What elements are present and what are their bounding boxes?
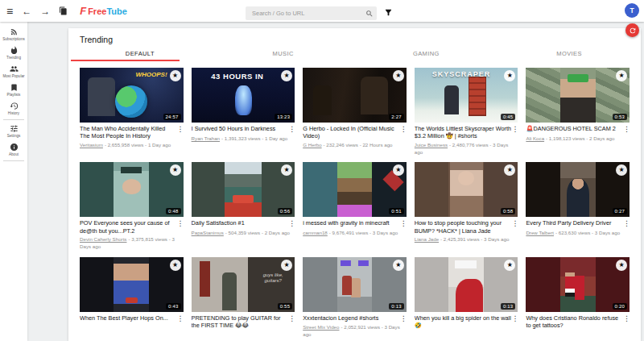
channel-link[interactable]: Juice Business xyxy=(415,142,448,148)
video-thumbnail[interactable]: ★ 0:13 xyxy=(303,257,407,312)
video-title[interactable]: Why does Cristiano Ronaldo refuse to get… xyxy=(526,314,623,330)
sidebar-item-about[interactable]: About xyxy=(0,140,27,159)
channel-link[interactable]: Liana Jade xyxy=(415,236,439,242)
video-title[interactable]: Xxxtentacion Legend #shorts xyxy=(303,314,400,323)
video-card[interactable]: 43 HOURS IN ★ 13:23 I Survived 50 Hours … xyxy=(192,68,295,156)
video-card[interactable]: ★ 0:43 When The Best Player Hops On... ⋮ xyxy=(80,257,184,339)
video-thumbnail[interactable]: guys like, guitars? ★ 0:55 xyxy=(192,257,295,312)
channel-link[interactable]: camman18 xyxy=(303,230,328,235)
save-to-playlist-button[interactable]: ★ xyxy=(170,260,181,271)
video-card[interactable]: ★ 0:51 i messed with gravity in minecraf… xyxy=(303,162,407,250)
sidebar-item-trending[interactable]: Trending xyxy=(0,44,27,62)
video-title[interactable]: How to stop people touching your BUMP? *… xyxy=(415,219,512,235)
video-title[interactable]: POV Everyone sees your cause of de@th bu… xyxy=(80,219,177,235)
kebab-menu-icon[interactable]: ⋮ xyxy=(511,314,518,330)
video-thumbnail[interactable]: ★ 0:20 xyxy=(526,257,630,312)
channel-link[interactable]: Veritasium xyxy=(80,142,103,148)
video-thumbnail[interactable]: ★ 0:56 xyxy=(192,162,295,217)
save-to-playlist-button[interactable]: ★ xyxy=(504,164,515,176)
video-card[interactable]: ★ 0:27 Every Third Party Delivery Driver… xyxy=(526,162,630,250)
video-card[interactable]: ★ 0:58 How to stop people touching your … xyxy=(415,162,518,250)
video-thumbnail[interactable]: ★ 0:13 xyxy=(415,257,518,312)
tab-music[interactable]: MUSIC xyxy=(212,50,355,61)
save-to-playlist-button[interactable]: ★ xyxy=(616,164,627,176)
sidebar-item-history[interactable]: History xyxy=(0,99,27,118)
channel-link[interactable]: Street Mix Video xyxy=(303,324,339,330)
video-card[interactable]: ★ 0:13 When you kill a big spider on the… xyxy=(415,257,518,339)
video-title[interactable]: 🚨DANGEROUS HOTEL SCAM 2 xyxy=(526,125,623,134)
save-to-playlist-button[interactable]: ★ xyxy=(616,260,627,271)
video-thumbnail[interactable]: ★ 0:51 xyxy=(303,162,407,217)
video-title[interactable]: G Herbo - Locked In (Official Music Vide… xyxy=(303,125,400,140)
sidebar-item-most-popular[interactable]: Most Popular xyxy=(0,62,27,81)
kebab-menu-icon[interactable]: ⋮ xyxy=(177,219,184,235)
kebab-menu-icon[interactable]: ⋮ xyxy=(288,314,295,330)
kebab-menu-icon[interactable]: ⋮ xyxy=(623,314,630,330)
video-card[interactable]: ★ 0:48 POV Everyone sees your cause of d… xyxy=(80,162,184,250)
channel-link[interactable]: Ali Koca xyxy=(526,135,544,141)
search-icon[interactable] xyxy=(365,6,374,21)
kebab-menu-icon[interactable]: ⋮ xyxy=(288,219,295,228)
video-title[interactable]: I Survived 50 Hours in Darkness xyxy=(192,125,289,134)
kebab-menu-icon[interactable]: ⋮ xyxy=(623,219,630,228)
video-card[interactable]: WHOOPS! ★ 24:57 The Man Who Accidentally… xyxy=(80,68,184,156)
video-card[interactable]: ★ 0:20 Why does Cristiano Ronaldo refuse… xyxy=(526,257,630,339)
back-arrow-icon[interactable]: ← xyxy=(22,6,31,16)
kebab-menu-icon[interactable]: ⋮ xyxy=(400,219,407,228)
channel-link[interactable]: Ryan Trahan xyxy=(192,135,220,141)
channel-link[interactable]: Devin Caherly Shorts xyxy=(80,236,126,242)
save-to-playlist-button[interactable]: ★ xyxy=(170,164,181,176)
save-to-playlist-button[interactable]: ★ xyxy=(281,164,292,176)
kebab-menu-icon[interactable]: ⋮ xyxy=(511,219,518,235)
channel-link[interactable]: PapaStanimus xyxy=(192,230,224,235)
video-thumbnail[interactable]: ★ 0:53 xyxy=(526,68,630,123)
video-title[interactable]: The Worlds Littlest Skyscraper Worth $3.… xyxy=(415,125,512,140)
video-title[interactable]: i messed with gravity in minecraft xyxy=(303,219,400,228)
kebab-menu-icon[interactable]: ⋮ xyxy=(400,314,407,323)
channel-link[interactable]: G Herbo xyxy=(303,142,321,148)
video-thumbnail[interactable]: ★ 0:27 xyxy=(526,162,630,217)
video-thumbnail[interactable]: SKYSCRAPER ★ 0:45 xyxy=(415,68,518,123)
video-card[interactable]: guys like, guitars? ★ 0:55 PRETENDING to… xyxy=(192,257,295,339)
video-card[interactable]: ★ 2:27 G Herbo - Locked In (Official Mus… xyxy=(303,68,407,156)
channel-link[interactable]: Drew Talbert xyxy=(526,230,554,235)
kebab-menu-icon[interactable]: ⋮ xyxy=(177,314,184,323)
video-title[interactable]: Daily Satisfaction #1 xyxy=(192,219,289,228)
search-input[interactable] xyxy=(246,6,377,20)
video-thumbnail[interactable]: ★ 0:48 xyxy=(80,162,184,217)
video-title[interactable]: When The Best Player Hops On... xyxy=(80,314,177,323)
kebab-menu-icon[interactable]: ⋮ xyxy=(511,125,518,140)
kebab-menu-icon[interactable]: ⋮ xyxy=(288,125,295,134)
sidebar-item-playlists[interactable]: Playlists xyxy=(0,81,27,99)
save-to-playlist-button[interactable]: ★ xyxy=(281,70,292,81)
video-title[interactable]: When you kill a big spider on the wall 🤣 xyxy=(415,314,512,330)
video-card[interactable]: ★ 0:56 Daily Satisfaction #1 ⋮ PapaStani… xyxy=(192,162,295,250)
save-to-playlist-button[interactable]: ★ xyxy=(393,164,404,176)
video-card[interactable]: ★ 0:53 🚨DANGEROUS HOTEL SCAM 2 ⋮ Ali Koc… xyxy=(526,68,630,156)
video-thumbnail[interactable]: ★ 0:43 xyxy=(80,257,184,312)
kebab-menu-icon[interactable]: ⋮ xyxy=(623,125,630,134)
tab-gaming[interactable]: GAMING xyxy=(355,50,498,61)
save-to-playlist-button[interactable]: ★ xyxy=(504,260,515,271)
save-to-playlist-button[interactable]: ★ xyxy=(393,70,404,81)
tab-movies[interactable]: MOVIES xyxy=(497,50,641,61)
profile-avatar[interactable]: T xyxy=(625,3,639,18)
save-to-playlist-button[interactable]: ★ xyxy=(170,70,181,81)
hamburger-menu-icon[interactable]: ≡ xyxy=(6,6,13,17)
filter-icon[interactable] xyxy=(384,6,393,20)
tab-default[interactable]: DEFAULT xyxy=(68,50,212,61)
freetube-logo[interactable]: F FreeTube xyxy=(80,5,127,17)
video-thumbnail[interactable]: ★ 2:27 xyxy=(303,68,407,123)
kebab-menu-icon[interactable]: ⋮ xyxy=(400,125,407,140)
video-title[interactable]: The Man Who Accidentally Killed The Most… xyxy=(80,125,177,140)
save-to-playlist-button[interactable]: ★ xyxy=(504,70,515,81)
forward-arrow-icon[interactable]: → xyxy=(40,6,50,16)
save-to-playlist-button[interactable]: ★ xyxy=(616,70,627,81)
save-to-playlist-button[interactable]: ★ xyxy=(281,260,292,271)
save-to-playlist-button[interactable]: ★ xyxy=(393,260,404,271)
refresh-button[interactable] xyxy=(625,23,639,37)
video-card[interactable]: SKYSCRAPER ★ 0:45 The Worlds Littlest Sk… xyxy=(415,68,518,156)
kebab-menu-icon[interactable]: ⋮ xyxy=(177,125,184,140)
sidebar-item-settings[interactable]: Settings xyxy=(0,122,27,140)
video-thumbnail[interactable]: 43 HOURS IN ★ 13:23 xyxy=(192,68,295,123)
